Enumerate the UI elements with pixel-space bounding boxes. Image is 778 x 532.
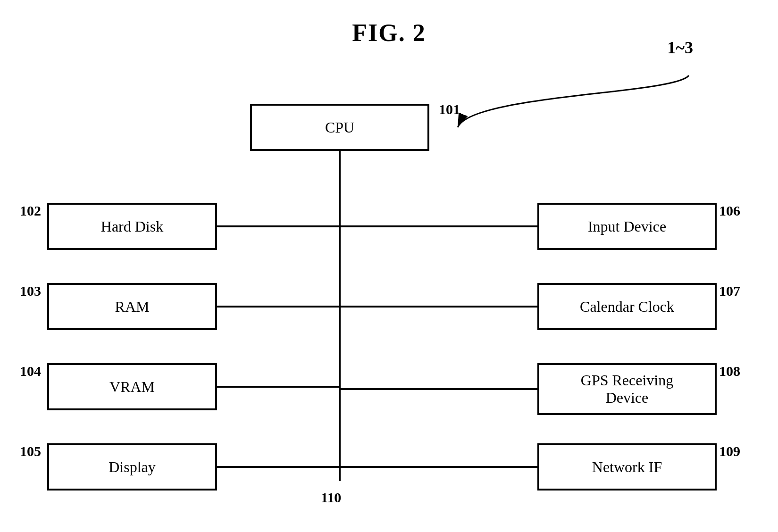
gps-ref: 108 bbox=[719, 363, 740, 379]
cpu-ref: 101 bbox=[439, 101, 460, 117]
vram-label: VRAM bbox=[109, 378, 155, 396]
display-ref: 105 bbox=[20, 443, 41, 459]
bus-ref: 110 bbox=[321, 490, 341, 506]
harddisk-box: Hard Disk bbox=[47, 203, 217, 250]
vram-ref: 104 bbox=[20, 363, 41, 379]
ref-label-1-3: 1~3 bbox=[667, 38, 693, 58]
cpu-label: CPU bbox=[325, 119, 354, 136]
calendarclock-ref: 107 bbox=[719, 283, 740, 299]
ram-ref: 103 bbox=[20, 283, 41, 299]
display-label: Display bbox=[109, 458, 156, 476]
networkif-box: Network IF bbox=[537, 443, 717, 490]
networkif-label: Network IF bbox=[592, 458, 662, 476]
vram-box: VRAM bbox=[47, 363, 217, 410]
gps-box: GPS Receiving Device bbox=[537, 363, 717, 415]
networkif-ref: 109 bbox=[719, 443, 740, 459]
calendarclock-box: Calendar Clock bbox=[537, 283, 717, 330]
ram-label: RAM bbox=[115, 298, 150, 316]
harddisk-ref: 102 bbox=[20, 203, 41, 219]
cpu-box: CPU bbox=[250, 104, 429, 151]
calendarclock-label: Calendar Clock bbox=[580, 298, 674, 316]
ram-box: RAM bbox=[47, 283, 217, 330]
inputdevice-label: Input Device bbox=[588, 218, 666, 235]
inputdevice-box: Input Device bbox=[537, 203, 717, 250]
gps-label: GPS Receiving Device bbox=[581, 372, 673, 407]
diagram: FIG. 2 1~3 CP bbox=[0, 0, 778, 532]
figure-title: FIG. 2 bbox=[352, 19, 426, 47]
display-box: Display bbox=[47, 443, 217, 490]
inputdevice-ref: 106 bbox=[719, 203, 740, 219]
harddisk-label: Hard Disk bbox=[101, 218, 163, 235]
